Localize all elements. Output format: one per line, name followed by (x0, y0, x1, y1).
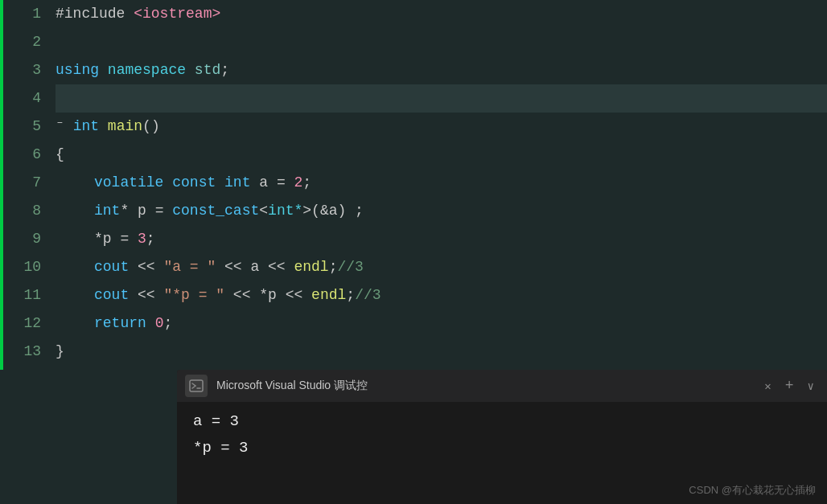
line-num-13: 13 (23, 338, 41, 366)
code-line-4 (56, 84, 827, 113)
terminal-output-line-2: *p = 3 (193, 436, 811, 460)
code-line-8: int* p = const_cast<int*>(&a) ; (56, 197, 827, 225)
code-line-3: using namespace std; (56, 56, 827, 84)
code-line-7: volatile const int a = 2; (56, 169, 827, 197)
code-line-11: cout << "*p = " << *p << endl;//3 (56, 281, 827, 309)
code-line-12: return 0; (56, 309, 827, 338)
code-line-5: ⁻ int main() (56, 113, 827, 141)
code-line-6: { (56, 141, 827, 169)
line-num-10: 10 (23, 253, 41, 281)
line-num-6: 6 (32, 141, 41, 169)
line-num-5: 5 (32, 113, 41, 141)
terminal-tabs: Microsoft Visual Studio 调试控 ✕ + ∨ (177, 370, 827, 402)
editor-area: 1 2 3 4 5 6 7 8 9 10 11 12 13 #include <… (0, 0, 827, 370)
terminal-tab-title: Microsoft Visual Studio 调试控 (212, 379, 755, 393)
code-area: #include <iostream> using namespace std;… (47, 0, 827, 370)
terminal-chevron-button[interactable]: ∨ (803, 378, 819, 395)
code-line-10: cout << "a = " << a << endl;//3 (56, 253, 827, 281)
terminal-add-button[interactable]: + (780, 376, 799, 395)
line-num-8: 8 (32, 197, 41, 225)
line-num-1: 1 (32, 0, 41, 28)
code-line-2 (56, 28, 827, 56)
code-line-13: } (56, 338, 827, 366)
watermark: CSDN @有心栽花无心插柳 (689, 483, 816, 498)
line-num-9: 9 (32, 225, 41, 253)
code-line-1: #include <iostream> (56, 0, 827, 28)
terminal-close-button[interactable]: ✕ (759, 378, 776, 395)
line-num-11: 11 (23, 281, 41, 309)
editor-wrapper: 1 2 3 4 5 6 7 8 9 10 11 12 13 #include <… (0, 0, 827, 504)
line-num-3: 3 (32, 56, 41, 84)
line-num-7: 7 (32, 169, 41, 197)
code-line-9: *p = 3; (56, 225, 827, 253)
terminal-output-line-1: a = 3 (193, 410, 811, 433)
line-num-2: 2 (32, 28, 41, 56)
line-num-4: 4 (32, 84, 41, 113)
line-numbers: 1 2 3 4 5 6 7 8 9 10 11 12 13 (3, 0, 47, 370)
line-num-12: 12 (23, 309, 41, 338)
terminal-icon (185, 375, 208, 397)
